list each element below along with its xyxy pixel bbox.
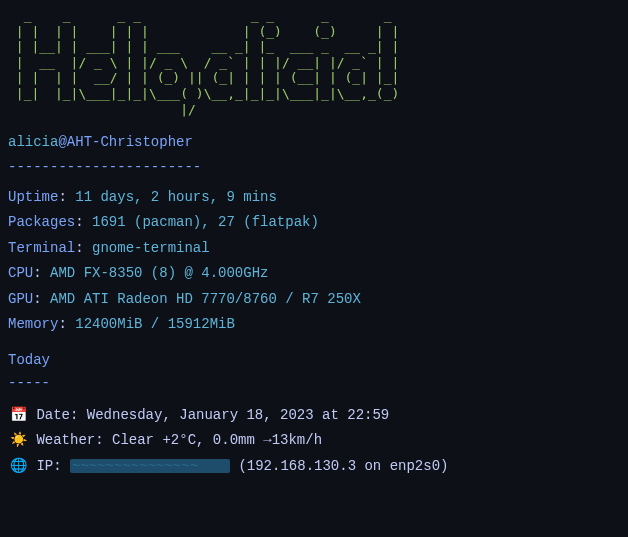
memory-line: Memory: 12400MiB / 15912MiB bbox=[8, 313, 620, 335]
colon: : bbox=[75, 240, 92, 256]
today-header: Today bbox=[8, 349, 620, 371]
colon: : bbox=[75, 214, 92, 230]
hostname: AHT-Christopher bbox=[67, 134, 193, 150]
uptime-label: Uptime bbox=[8, 189, 58, 205]
today-separator: ----- bbox=[8, 372, 620, 394]
uptime-line: Uptime: 11 days, 2 hours, 9 mins bbox=[8, 186, 620, 208]
ip-redacted bbox=[70, 459, 230, 473]
colon: : bbox=[58, 189, 75, 205]
terminal-value: gnome-terminal bbox=[92, 240, 210, 256]
weather-text: Weather: Clear +2°C, 0.0mm →13km/h bbox=[28, 432, 322, 448]
colon: : bbox=[58, 316, 75, 332]
ascii-banner: _ _ _ _ _ _ _ _ | | | | | | | | (_) (_) … bbox=[8, 8, 620, 117]
cpu-line: CPU: AMD FX-8350 (8) @ 4.000GHz bbox=[8, 262, 620, 284]
user-host-line: alicia@AHT-Christopher bbox=[8, 131, 620, 153]
ip-suffix: (192.168.130.3 on enp2s0) bbox=[230, 458, 448, 474]
date-text: Date: Wednesday, January 18, 2023 at 22:… bbox=[28, 407, 389, 423]
cpu-value: AMD FX-8350 (8) @ 4.000GHz bbox=[50, 265, 268, 281]
memory-label: Memory bbox=[8, 316, 58, 332]
gpu-value: AMD ATI Radeon HD 7770/8760 / R7 250X bbox=[50, 291, 361, 307]
memory-value: 12400MiB / 15912MiB bbox=[75, 316, 235, 332]
host-separator: ----------------------- bbox=[8, 156, 620, 178]
at-separator: @ bbox=[58, 134, 66, 150]
uptime-value: 11 days, 2 hours, 9 mins bbox=[75, 189, 277, 205]
username: alicia bbox=[8, 134, 58, 150]
weather-line: ☀️ Weather: Clear +2°C, 0.0mm →13km/h bbox=[8, 429, 620, 451]
packages-line: Packages: 1691 (pacman), 27 (flatpak) bbox=[8, 211, 620, 233]
packages-label: Packages bbox=[8, 214, 75, 230]
colon: : bbox=[33, 291, 50, 307]
gpu-label: GPU bbox=[8, 291, 33, 307]
cpu-label: CPU bbox=[8, 265, 33, 281]
terminal-label: Terminal bbox=[8, 240, 75, 256]
date-line: 📅 Date: Wednesday, January 18, 2023 at 2… bbox=[8, 404, 620, 426]
ip-prefix: IP: bbox=[28, 458, 70, 474]
colon: : bbox=[33, 265, 50, 281]
sun-icon: ☀️ bbox=[8, 429, 28, 451]
globe-icon: 🌐 bbox=[8, 455, 28, 477]
terminal-line: Terminal: gnome-terminal bbox=[8, 237, 620, 259]
ip-line: 🌐 IP: (192.168.130.3 on enp2s0) bbox=[8, 455, 620, 477]
calendar-icon: 📅 bbox=[8, 404, 28, 426]
gpu-line: GPU: AMD ATI Radeon HD 7770/8760 / R7 25… bbox=[8, 288, 620, 310]
packages-value: 1691 (pacman), 27 (flatpak) bbox=[92, 214, 319, 230]
